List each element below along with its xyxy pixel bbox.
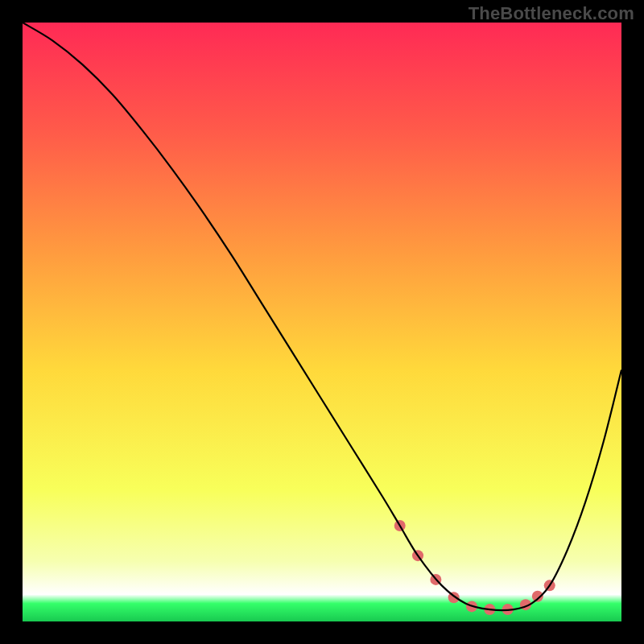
chart-svg bbox=[23, 23, 621, 621]
gradient-background bbox=[23, 23, 621, 621]
chart-root: TheBottleneck.com bbox=[0, 0, 644, 644]
plot-area bbox=[23, 23, 621, 621]
watermark-label: TheBottleneck.com bbox=[469, 3, 634, 24]
